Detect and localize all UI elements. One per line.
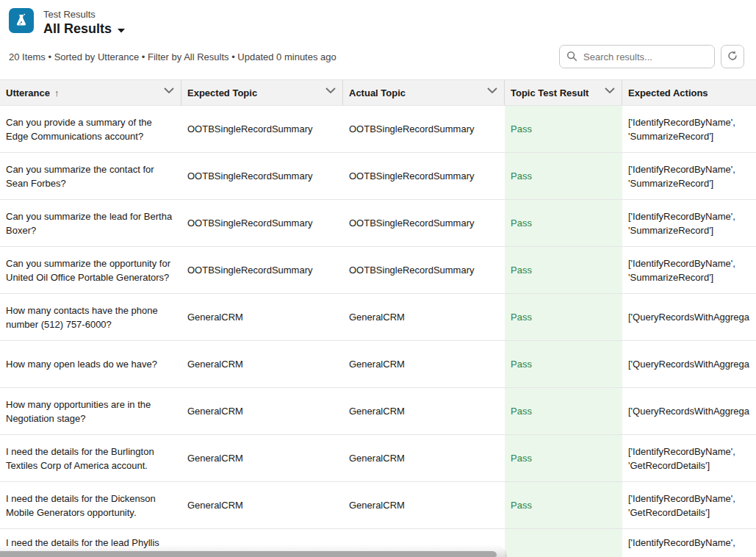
chevron-down-icon[interactable] [487, 87, 497, 94]
table-row[interactable]: Can you provide a summary of the Edge Co… [0, 106, 756, 153]
cell-topic-test-result: Pass [505, 247, 622, 293]
cell-topic-test-result: Pass [505, 106, 622, 152]
arrow-up-icon: ↑ [54, 87, 60, 98]
cell-utterance: How many contacts have the phone number … [0, 294, 181, 340]
cell-topic-test-result [505, 529, 622, 557]
cell-topic-test-result: Pass [505, 200, 622, 246]
column-label: Utterance [6, 87, 50, 98]
cell-topic-test-result: Pass [505, 294, 622, 340]
column-label: Expected Topic [187, 87, 257, 98]
table-row[interactable]: Can you summarize the opportunity for Un… [0, 247, 756, 294]
page-header: Test Results All Results [0, 0, 756, 37]
cell-expected-actions: ['IdentifyRecordByName', 'SummarizeRecor… [622, 247, 756, 293]
horizontal-scrollbar-thumb[interactable] [0, 551, 497, 557]
column-header-actual-topic[interactable]: Actual Topic [343, 80, 505, 105]
table-row[interactable]: How many opportunities are in the Negoti… [0, 388, 756, 435]
cell-expected-actions: ['IdentifyRecordByName', 'SummarizeRecor… [622, 153, 756, 199]
cell-topic-test-result: Pass [505, 388, 622, 434]
refresh-icon [727, 50, 738, 64]
cell-expected-topic: GeneralCRM [181, 294, 343, 340]
list-view-selector[interactable]: All Results [43, 21, 126, 37]
object-label: Test Results [43, 8, 126, 21]
table-row[interactable]: How many contacts have the phone number … [0, 294, 756, 341]
cell-utterance: I need the details for the Dickenson Mob… [0, 482, 181, 528]
table-row[interactable]: I need the details for the Burlington Te… [0, 435, 756, 482]
column-header-utterance[interactable]: Utterance ↑ [0, 80, 181, 105]
column-header-expected-actions[interactable]: Expected Actions [622, 80, 756, 105]
cell-topic-test-result: Pass [505, 435, 622, 481]
flask-icon [9, 8, 34, 33]
cell-expected-actions: ['IdentifyRecordByName', [622, 529, 756, 557]
cell-topic-test-result: Pass [505, 482, 622, 528]
table-row[interactable]: I need the details for the Dickenson Mob… [0, 482, 756, 529]
cell-actual-topic: GeneralCRM [343, 294, 505, 340]
cell-expected-topic: GeneralCRM [181, 341, 343, 387]
cell-utterance: How many open leads do we have? [0, 341, 181, 387]
cell-utterance: Can you summarize the lead for Bertha Bo… [0, 200, 181, 246]
table-row[interactable]: Can you summarize the contact for Sean F… [0, 153, 756, 200]
search-icon [566, 51, 577, 65]
table-row[interactable]: How many open leads do we have? GeneralC… [0, 341, 756, 388]
cell-topic-test-result: Pass [505, 153, 622, 199]
chevron-down-icon[interactable] [605, 87, 615, 94]
cell-utterance: Can you provide a summary of the Edge Co… [0, 106, 181, 152]
cell-expected-actions: ['IdentifyRecordByName', 'SummarizeRecor… [622, 200, 756, 246]
cell-actual-topic: OOTBSingleRecordSummary [343, 200, 505, 246]
cell-expected-topic: OOTBSingleRecordSummary [181, 106, 343, 152]
refresh-button[interactable] [721, 45, 744, 68]
cell-utterance: Can you summarize the contact for Sean F… [0, 153, 181, 199]
column-label: Actual Topic [349, 87, 406, 98]
cell-actual-topic: OOTBSingleRecordSummary [343, 247, 505, 293]
cell-actual-topic: OOTBSingleRecordSummary [343, 106, 505, 152]
cell-utterance: Can you summarize the opportunity for Un… [0, 247, 181, 293]
cell-utterance: I need the details for the Burlington Te… [0, 435, 181, 481]
chevron-down-icon [117, 24, 126, 37]
cell-expected-actions: ['IdentifyRecordByName', 'GetRecordDetai… [622, 482, 756, 528]
cell-expected-topic: GeneralCRM [181, 482, 343, 528]
cell-expected-actions: ['QueryRecordsWithAggrega [622, 294, 756, 340]
cell-expected-actions: ['QueryRecordsWithAggrega [622, 388, 756, 434]
cell-expected-topic: GeneralCRM [181, 388, 343, 434]
page-title: All Results [43, 21, 112, 37]
table-header-row: Utterance ↑ Expected Topic Actual Topic … [0, 80, 756, 106]
column-label: Topic Test Result [511, 87, 588, 98]
cell-expected-actions: ['IdentifyRecordByName', 'SummarizeRecor… [622, 106, 756, 152]
cell-expected-topic: OOTBSingleRecordSummary [181, 247, 343, 293]
table-row[interactable]: Can you summarize the lead for Bertha Bo… [0, 200, 756, 247]
cell-expected-topic: OOTBSingleRecordSummary [181, 153, 343, 199]
column-header-expected-topic[interactable]: Expected Topic [181, 80, 343, 105]
cell-actual-topic: GeneralCRM [343, 341, 505, 387]
column-header-topic-test-result[interactable]: Topic Test Result [505, 80, 622, 105]
search-input[interactable] [559, 45, 715, 68]
cell-actual-topic: GeneralCRM [343, 435, 505, 481]
list-summary: 20 Items • Sorted by Utterance • Filter … [9, 51, 336, 62]
cell-actual-topic: GeneralCRM [343, 388, 505, 434]
test-results-table: Utterance ↑ Expected Topic Actual Topic … [0, 79, 756, 557]
cell-actual-topic: GeneralCRM [343, 482, 505, 528]
cell-expected-actions: ['IdentifyRecordByName', 'GetRecordDetai… [622, 435, 756, 481]
chevron-down-icon[interactable] [325, 87, 336, 94]
column-label: Expected Actions [628, 87, 708, 98]
cell-expected-actions: ['QueryRecordsWithAggrega [622, 341, 756, 387]
cell-utterance: How many opportunities are in the Negoti… [0, 388, 181, 434]
cell-actual-topic: OOTBSingleRecordSummary [343, 153, 505, 199]
list-toolbar: 20 Items • Sorted by Utterance • Filter … [0, 37, 756, 79]
chevron-down-icon[interactable] [164, 87, 174, 94]
cell-expected-topic: GeneralCRM [181, 435, 343, 481]
cell-topic-test-result: Pass [505, 341, 622, 387]
cell-expected-topic: OOTBSingleRecordSummary [181, 200, 343, 246]
